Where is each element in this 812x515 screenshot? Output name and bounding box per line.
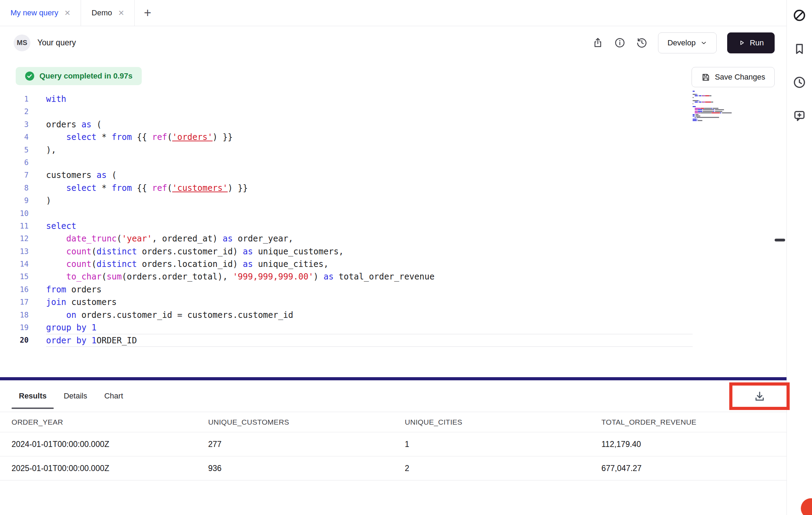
develop-button[interactable]: Develop: [658, 32, 717, 53]
minimap[interactable]: [693, 91, 732, 122]
code-line-16[interactable]: from orders: [46, 283, 693, 296]
code-line-15[interactable]: to_char(sum(orders.order_total), '999,99…: [46, 270, 693, 283]
line-number: 14: [0, 258, 29, 270]
tab-demo[interactable]: Demo×: [81, 0, 135, 26]
table-cell: 2024-01-01T00:00:00.000Z: [0, 440, 197, 449]
check-circle-icon: [25, 71, 35, 81]
results-table-body: 2024-01-01T00:00:00.000Z2771112,179.4020…: [0, 432, 787, 480]
main-area: My new query×Demo×+ MS Your query: [0, 0, 787, 515]
play-icon: [738, 39, 745, 46]
code-line-11[interactable]: select: [46, 220, 693, 232]
query-status-badge: Query completed in 0.97s: [16, 67, 142, 85]
code-line-6[interactable]: [46, 156, 693, 169]
app-window: My new query×Demo×+ MS Your query: [0, 0, 812, 515]
resize-handle[interactable]: [775, 239, 785, 241]
line-number: 12: [0, 232, 29, 245]
code-line-1[interactable]: with: [46, 93, 693, 105]
editor-gutter: 1234567891011121314151617181920: [0, 93, 29, 347]
table-cell: 936: [197, 464, 393, 473]
history-icon[interactable]: [636, 37, 648, 48]
table-cell: 277: [197, 440, 393, 449]
code-line-3[interactable]: orders as (: [46, 118, 693, 131]
new-tab-button[interactable]: +: [135, 0, 160, 26]
tab-label: My new query: [10, 8, 58, 17]
code-line-7[interactable]: customers as (: [46, 169, 693, 181]
column-header: ORDER_YEAR: [0, 418, 197, 426]
run-button-label: Run: [750, 38, 764, 47]
download-icon[interactable]: [753, 390, 766, 403]
table-cell: 677,047.27: [590, 464, 787, 473]
close-icon[interactable]: ×: [118, 8, 124, 18]
code-line-18[interactable]: on orders.customer_id = customers.custom…: [46, 309, 693, 321]
results-table-header: ORDER_YEARUNIQUE_CUSTOMERSUNIQUE_CITIEST…: [0, 412, 787, 432]
code-line-2[interactable]: [46, 105, 693, 118]
line-number: 7: [0, 169, 29, 181]
table-cell: 1: [393, 440, 590, 449]
code-line-8[interactable]: select * from {{ ref('customers') }}: [46, 182, 693, 194]
code-line-10[interactable]: [46, 207, 693, 220]
code-line-13[interactable]: count(distinct orders.customer_id) as un…: [46, 245, 693, 258]
column-header: UNIQUE_CUSTOMERS: [197, 418, 393, 426]
code-line-4[interactable]: select * from {{ ref('orders') }}: [46, 131, 693, 143]
tab-label: Demo: [91, 8, 112, 17]
results-tab-results[interactable]: Results: [12, 380, 54, 412]
sql-editor[interactable]: 1234567891011121314151617181920 withorde…: [0, 88, 787, 377]
avatar[interactable]: MS: [14, 35, 30, 51]
results-tab-details[interactable]: Details: [56, 380, 94, 412]
code-line-19[interactable]: group by 1: [46, 321, 693, 334]
code-line-20[interactable]: order by 1ORDER_ID: [46, 334, 693, 346]
code-line-9[interactable]: ): [46, 194, 693, 207]
line-number: 20: [0, 334, 29, 346]
feedback-icon[interactable]: [792, 108, 807, 124]
line-number: 4: [0, 131, 29, 143]
chevron-down-icon: [700, 39, 707, 46]
save-changes-button[interactable]: Save Changes: [692, 67, 775, 87]
query-status-text: Query completed in 0.97s: [39, 72, 133, 81]
develop-button-label: Develop: [667, 38, 696, 47]
save-icon: [701, 73, 710, 82]
results-tab-chart[interactable]: Chart: [97, 380, 131, 412]
column-header: UNIQUE_CITIES: [393, 418, 590, 426]
code-line-12[interactable]: date_trunc('year', ordered_at) as order_…: [46, 232, 693, 245]
code-line-17[interactable]: join customers: [46, 296, 693, 308]
line-number: 18: [0, 309, 29, 321]
line-number: 11: [0, 220, 29, 232]
save-changes-label: Save Changes: [715, 73, 765, 82]
code-line-14[interactable]: count(distinct orders.location_id) as un…: [46, 258, 693, 270]
column-header: TOTAL_ORDER_REVENUE: [590, 418, 787, 426]
table-cell: 112,179.40: [590, 440, 787, 449]
bookmark-icon[interactable]: [792, 41, 807, 57]
query-header: MS Your query: [0, 26, 787, 59]
line-number: 9: [0, 194, 29, 207]
download-highlight-box: [729, 382, 790, 410]
header-actions: Develop Run: [592, 32, 775, 53]
page-title: Your query: [37, 38, 76, 47]
table-row[interactable]: 2025-01-01T00:00:00.000Z9362677,047.27: [0, 456, 787, 480]
editor-code[interactable]: withorders as ( select * from {{ ref('or…: [46, 93, 693, 347]
line-number: 16: [0, 283, 29, 296]
status-row: Query completed in 0.97s Save Changes: [0, 67, 787, 88]
right-rail: [787, 0, 812, 515]
help-widget-bubble[interactable]: [801, 498, 812, 515]
share-icon[interactable]: [592, 37, 604, 48]
line-number: 10: [0, 207, 29, 220]
results-panel: ResultsDetailsChart ORDER_YEARUNIQUE_CUS…: [0, 380, 787, 515]
info-icon[interactable]: [614, 37, 626, 48]
close-icon[interactable]: ×: [65, 8, 70, 18]
line-number: 6: [0, 156, 29, 169]
line-number: 17: [0, 296, 29, 308]
tab-my-new-query[interactable]: My new query×: [0, 0, 81, 26]
code-line-5[interactable]: ),: [46, 144, 693, 156]
results-tabs: ResultsDetailsChart: [0, 380, 787, 412]
line-number: 15: [0, 270, 29, 283]
table-cell: 2025-01-01T00:00:00.000Z: [0, 464, 197, 473]
line-number: 19: [0, 321, 29, 334]
line-number: 2: [0, 105, 29, 118]
line-number: 13: [0, 245, 29, 258]
line-number: 3: [0, 118, 29, 131]
panel-divider[interactable]: [0, 377, 787, 380]
lineage-icon[interactable]: [792, 8, 807, 23]
table-row[interactable]: 2024-01-01T00:00:00.000Z2771112,179.40: [0, 432, 787, 456]
clock-icon[interactable]: [792, 75, 807, 90]
run-button[interactable]: Run: [727, 32, 775, 53]
